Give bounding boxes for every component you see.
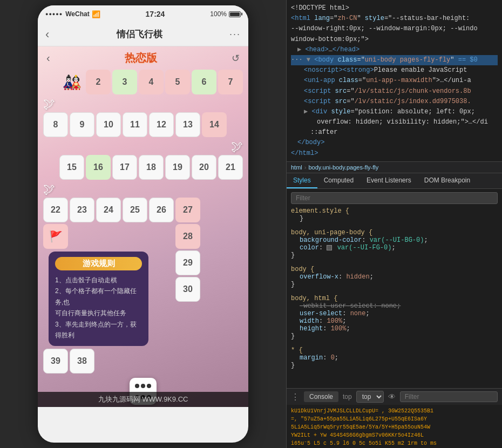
- cell-39[interactable]: 39: [43, 349, 68, 374]
- cell-16[interactable]: 16: [86, 155, 111, 180]
- cell-24[interactable]: 24: [96, 198, 121, 222]
- css-sel-body-html: body, html {: [291, 295, 498, 302]
- css-sel-body: body {: [291, 266, 498, 273]
- eye-icon[interactable]: 👁: [388, 392, 396, 401]
- wifi-icon: 📶: [92, 10, 100, 18]
- bird-1: 🕊: [38, 96, 248, 112]
- tab-event-listeners[interactable]: Event Listeners: [360, 173, 418, 188]
- cell-9[interactable]: 9: [70, 112, 94, 137]
- game-area: ‹ 热恋版 ↺ 🎎 2 3 4 5 6 7 🕊 8 9 1: [38, 46, 248, 407]
- game-refresh-button[interactable]: ↺: [232, 52, 240, 64]
- cell-18[interactable]: 18: [139, 155, 164, 180]
- source-line-2: <html lang="zh-CN" style="--status-bar-h…: [291, 13, 498, 24]
- bird-2: 🕊: [38, 139, 248, 155]
- styles-section: element.style { } body, uni-page-body { …: [287, 189, 502, 388]
- css-block-body-html: body, html { -webkit-user-select: none; …: [291, 295, 498, 340]
- css-height: height: 100%;: [291, 325, 498, 332]
- board-row-3: 15 16 17 18 19 20 21: [38, 155, 248, 180]
- rules-row: 🚩 游戏规则 1、点击骰子自动走棋 2、每个格子都有一个隐藏任务,也可自行商量执…: [43, 224, 200, 374]
- css-user-select: user-select: none;: [291, 310, 498, 317]
- source-line-14: </body>: [291, 138, 498, 148]
- cell-10[interactable]: 10: [96, 112, 121, 137]
- cell-flag: 🚩: [43, 224, 68, 249]
- console-button[interactable]: Console: [304, 391, 338, 402]
- console-bar: ⋮ Console top top 👁: [287, 388, 502, 405]
- cell-38[interactable]: 38: [70, 349, 94, 374]
- console-menu-dots[interactable]: ⋮: [291, 392, 300, 402]
- rules-title: 游戏规则: [55, 257, 142, 270]
- css-close-star: }: [291, 362, 498, 369]
- log-line-2: =, "57uZ5a+55pa55LiA5Liq6L275p+U55qE6ISa…: [291, 415, 498, 423]
- nav-title-bar: ‹ 情侣飞行棋 ···: [38, 23, 248, 46]
- css-bg-color: background-color: var(--UI-BG-0);: [291, 236, 498, 244]
- console-filter-input[interactable]: [400, 391, 498, 402]
- cell-25[interactable]: 25: [123, 198, 147, 222]
- css-block-body: body { overflow-x: hidden; }: [291, 266, 498, 288]
- avatar-cell: 🎎: [59, 70, 84, 94]
- cell-3[interactable]: 3: [112, 70, 137, 94]
- more-button[interactable]: ···: [229, 29, 241, 40]
- css-webkit-user-select: -webkit-user-select: none;: [291, 302, 498, 310]
- bird-icon-1: 🕊: [43, 97, 55, 111]
- cell-26[interactable]: 26: [149, 198, 174, 222]
- cell-14[interactable]: 14: [202, 112, 227, 137]
- cell-2[interactable]: 2: [86, 70, 111, 94]
- cell-21[interactable]: 21: [218, 155, 243, 180]
- cell-20[interactable]: 20: [192, 155, 216, 180]
- css-overflow-x: overflow-x: hidden;: [291, 273, 498, 281]
- css-margin: margin: 0;: [291, 354, 498, 362]
- cell-27[interactable]: 27: [175, 198, 200, 222]
- board-row-1: 🎎 2 3 4 5 6 7: [38, 70, 248, 94]
- cell-5[interactable]: 5: [165, 70, 190, 94]
- rule-1: 1、点击骰子自动走棋: [55, 275, 142, 286]
- back-button[interactable]: ‹: [45, 28, 49, 42]
- cell-17[interactable]: 17: [112, 155, 137, 180]
- left-cells-col: 22 23 24 25 26 27 🚩 游戏规则: [43, 198, 200, 374]
- css-close-body-html: }: [291, 332, 498, 340]
- board-row-2: 8 9 10 11 12 13 14: [38, 112, 248, 137]
- source-line-11: ▶ <div style="position: absolute; left: …: [291, 107, 498, 117]
- bird-icon-3: 🕊: [43, 182, 55, 196]
- cell-19[interactable]: 19: [165, 155, 190, 180]
- console-log: kU1DkU1VnrjJVMJSLCLLDLCupU= , 3GW2522Q55…: [287, 405, 502, 448]
- log-line-5: i65u⁻5 L5 c 5.9 l6 0 5c 5o5i K55 m2 1rm …: [291, 439, 498, 447]
- cell-15[interactable]: 15: [59, 155, 84, 180]
- cell-13[interactable]: 13: [175, 112, 200, 137]
- breadcrumb-body[interactable]: body.uni-body.pages-fly-fly: [308, 164, 378, 171]
- cell-7[interactable]: 7: [218, 70, 243, 94]
- cell-29[interactable]: 29: [175, 250, 200, 275]
- css-block-body-uni: body, uni-page-body { background-color: …: [291, 229, 498, 259]
- flag-rules-col: 🚩 游戏规则 1、点击骰子自动走棋 2、每个格子都有一个隐藏任务,也可自行商量执…: [43, 224, 154, 374]
- rule-3: 3、率先走到终点的一方，获得胜利: [55, 319, 142, 341]
- cell-12[interactable]: 12: [149, 112, 174, 137]
- cell-4[interactable]: 4: [139, 70, 164, 94]
- cell-6[interactable]: 6: [192, 70, 216, 94]
- css-sel-star: * {: [291, 347, 498, 354]
- right-cells-col: 28 29 30: [175, 224, 200, 302]
- css-selector-element: element.style {: [291, 207, 498, 215]
- log-line-3: 5LiA5Liq5rWq5ryr55qE5ae/5Ya/5Y+H5pa55ouN…: [291, 423, 498, 431]
- cell-8[interactable]: 8: [43, 112, 68, 137]
- css-close-body: }: [291, 281, 498, 288]
- breadcrumb-html[interactable]: html: [291, 164, 302, 171]
- cell-23[interactable]: 23: [70, 198, 94, 222]
- cell-11[interactable]: 11: [123, 112, 147, 137]
- cell-22[interactable]: 22: [43, 198, 68, 222]
- game-back-button[interactable]: ‹: [46, 52, 50, 64]
- devtools-tabs: Styles Computed Event Listeners DOM Brea…: [287, 173, 502, 189]
- tab-dom-breakpoints[interactable]: DOM Breakpoin: [418, 173, 477, 188]
- cell-30[interactable]: 30: [175, 277, 200, 302]
- status-bar: ●●●●● WeChat 📶 17:24 100%: [38, 5, 248, 23]
- css-width: width: 100%;: [291, 317, 498, 325]
- console-context-select[interactable]: top: [356, 391, 384, 403]
- tab-computed[interactable]: Computed: [317, 173, 360, 188]
- wechat-label: WeChat: [65, 10, 89, 18]
- devtools-panel: <!DOCTYPE html> <html lang="zh-CN" style…: [286, 0, 502, 448]
- styles-filter[interactable]: [291, 192, 498, 204]
- html-source: <!DOCTYPE html> <html lang="zh-CN" style…: [287, 0, 502, 162]
- source-line-6-selected[interactable]: ··· ▼ <body class="uni-body pages-fly-fl…: [291, 55, 498, 65]
- tab-styles[interactable]: Styles: [287, 173, 317, 188]
- css-sel-body-uni: body, uni-page-body {: [291, 229, 498, 236]
- source-line-9: <script src="/lv/static/js/chunk-vendors…: [291, 86, 498, 97]
- cell-28[interactable]: 28: [175, 224, 200, 249]
